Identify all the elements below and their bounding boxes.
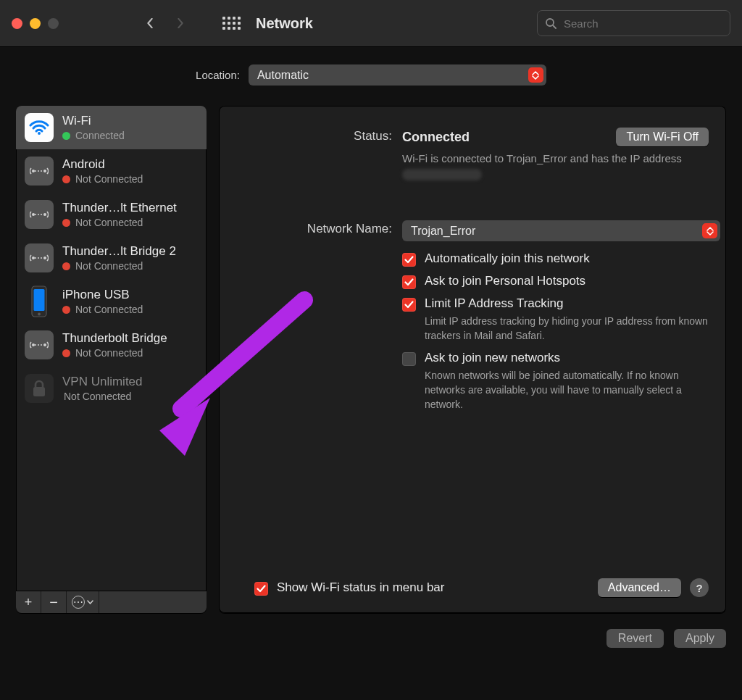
svg-point-4 bbox=[43, 170, 46, 172]
checkbox-icon bbox=[402, 352, 416, 366]
search-icon bbox=[545, 17, 556, 29]
interface-status: Not Connected bbox=[75, 173, 143, 185]
sidebar-item-iphone-usb[interactable]: iPhone USB Not Connected bbox=[16, 280, 207, 323]
status-dot-icon bbox=[62, 219, 70, 227]
add-interface-button[interactable]: + bbox=[16, 591, 41, 613]
sidebar-item-tb-bridge[interactable]: Thunderbolt Bridge Not Connected bbox=[16, 323, 207, 367]
grid-icon bbox=[222, 17, 241, 30]
status-dot-icon bbox=[62, 132, 70, 140]
window-title: Network bbox=[256, 15, 313, 32]
interface-sidebar: Wi-Fi Connected Android Not Connected bbox=[16, 106, 207, 613]
svg-point-2 bbox=[38, 132, 41, 135]
status-dot-icon bbox=[62, 349, 70, 357]
interface-status: Not Connected bbox=[75, 217, 143, 228]
apply-button[interactable]: Apply bbox=[674, 629, 726, 648]
lock-icon bbox=[25, 374, 54, 403]
svg-point-3 bbox=[32, 170, 35, 172]
remove-interface-button[interactable]: − bbox=[41, 591, 67, 613]
checkbox-auto-join[interactable]: Automatically join this network bbox=[402, 251, 709, 267]
chevron-down-icon bbox=[87, 600, 93, 604]
checkbox-hotspots[interactable]: Ask to join Personal Hotspots bbox=[402, 274, 709, 289]
sidebar-item-wifi[interactable]: Wi-Fi Connected bbox=[16, 106, 207, 149]
interface-status: Not Connected bbox=[75, 304, 143, 315]
interface-status: Connected bbox=[75, 130, 125, 141]
zoom-window-button[interactable] bbox=[48, 18, 59, 29]
location-label: Location: bbox=[196, 69, 240, 81]
detail-panel: Status: Connected Turn Wi-Fi Off Wi-Fi i… bbox=[219, 106, 726, 613]
checkbox-show-menubar[interactable]: Show Wi-Fi status in menu bar bbox=[254, 580, 444, 596]
checkbox-ask-new-networks[interactable]: Ask to join new networks Known networks … bbox=[402, 351, 709, 412]
network-name-label: Network Name: bbox=[236, 220, 392, 236]
help-button[interactable]: ? bbox=[690, 578, 709, 597]
checkbox-icon bbox=[402, 253, 416, 267]
search-input[interactable] bbox=[562, 17, 722, 30]
sidebar-footer: + − ⋯ bbox=[16, 591, 207, 613]
window-controls bbox=[12, 18, 59, 29]
checkbox-label: Limit IP Address Tracking bbox=[425, 296, 709, 311]
checkbox-icon bbox=[402, 298, 416, 312]
ethernet-icon bbox=[25, 200, 54, 229]
redacted-ip bbox=[402, 169, 482, 180]
checkbox-note: Limit IP address tracking by hiding your… bbox=[425, 314, 709, 343]
checkbox-label: Ask to join new networks bbox=[425, 351, 709, 365]
sidebar-item-tb-bridge2[interactable]: Thunder…lt Bridge 2 Not Connected bbox=[16, 236, 207, 280]
sidebar-item-vpn[interactable]: VPN Unlimited Not Connected bbox=[16, 367, 207, 410]
location-select[interactable]: Automatic bbox=[249, 64, 546, 86]
status-dot-icon bbox=[62, 175, 70, 183]
checkbox-icon bbox=[402, 275, 416, 289]
sidebar-item-tb-ethernet[interactable]: Thunder…lt Ethernet Not Connected bbox=[16, 193, 207, 236]
status-value: Connected bbox=[402, 130, 470, 145]
more-options-button[interactable]: ⋯ bbox=[67, 591, 99, 613]
interface-name: iPhone USB bbox=[62, 288, 143, 302]
stepper-icon bbox=[528, 67, 543, 83]
network-name-value: Trojan_Error bbox=[411, 225, 475, 238]
status-label: Status: bbox=[236, 128, 392, 143]
show-all-button[interactable] bbox=[220, 12, 243, 35]
minimize-window-button[interactable] bbox=[30, 18, 41, 29]
interface-status: Not Connected bbox=[75, 347, 143, 359]
svg-rect-18 bbox=[33, 387, 45, 396]
interface-list: Wi-Fi Connected Android Not Connected bbox=[16, 106, 207, 591]
svg-point-14 bbox=[38, 313, 41, 316]
checkbox-label: Ask to join Personal Hotspots bbox=[425, 274, 585, 288]
svg-point-16 bbox=[43, 343, 46, 346]
location-row: Location: Automatic bbox=[16, 64, 726, 86]
wifi-toggle-button[interactable]: Turn Wi-Fi Off bbox=[616, 128, 709, 146]
interface-name: VPN Unlimited bbox=[62, 375, 143, 389]
svg-point-10 bbox=[43, 257, 46, 259]
interface-name: Thunder…lt Ethernet bbox=[62, 201, 177, 215]
interface-status: Not Connected bbox=[64, 391, 131, 402]
status-dot-icon bbox=[62, 306, 70, 314]
svg-point-9 bbox=[32, 257, 35, 259]
checkbox-limit-tracking[interactable]: Limit IP Address Tracking Limit IP addre… bbox=[402, 296, 709, 343]
ethernet-icon bbox=[25, 330, 54, 359]
stepper-icon bbox=[702, 223, 717, 238]
iphone-icon bbox=[25, 287, 54, 316]
revert-button[interactable]: Revert bbox=[606, 629, 664, 648]
status-note: Wi-Fi is connected to Trojan_Error and h… bbox=[402, 151, 709, 181]
interface-status: Not Connected bbox=[75, 260, 143, 272]
wifi-icon bbox=[25, 113, 54, 142]
network-name-select[interactable]: Trojan_Error bbox=[402, 220, 720, 241]
svg-point-6 bbox=[32, 213, 35, 216]
status-dot-icon bbox=[62, 262, 70, 270]
advanced-button[interactable]: Advanced… bbox=[598, 578, 681, 597]
checkbox-icon bbox=[254, 582, 268, 596]
sidebar-item-android[interactable]: Android Not Connected bbox=[16, 149, 207, 193]
checkbox-label: Automatically join this network bbox=[425, 251, 590, 266]
location-value: Automatic bbox=[257, 69, 309, 82]
svg-line-1 bbox=[553, 25, 556, 28]
back-button[interactable] bbox=[138, 12, 162, 35]
checkbox-note: Known networks will be joined automatica… bbox=[425, 368, 709, 412]
svg-point-15 bbox=[32, 343, 35, 346]
window-actions: Revert Apply bbox=[16, 629, 726, 648]
interface-name: Android bbox=[62, 157, 143, 172]
ethernet-icon bbox=[25, 157, 54, 186]
forward-button[interactable] bbox=[169, 12, 192, 35]
interface-name: Thunder…lt Bridge 2 bbox=[62, 244, 176, 259]
interface-name: Thunderbolt Bridge bbox=[62, 331, 167, 346]
checkbox-label: Show Wi-Fi status in menu bar bbox=[277, 580, 444, 595]
search-field[interactable] bbox=[537, 10, 730, 36]
svg-point-7 bbox=[43, 213, 46, 216]
close-window-button[interactable] bbox=[12, 18, 22, 29]
